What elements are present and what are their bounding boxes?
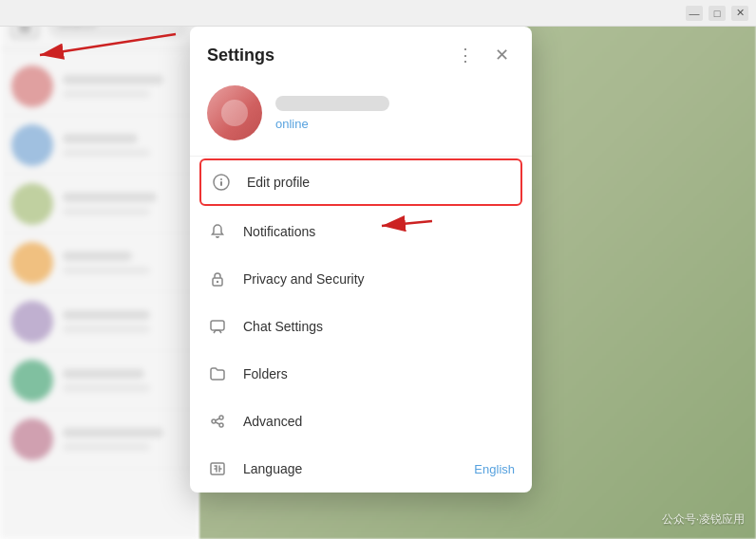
chat-settings-label: Chat Settings	[243, 319, 515, 334]
lock-icon	[207, 269, 228, 289]
close-modal-button[interactable]: ✕	[488, 42, 515, 68]
chat-icon	[207, 316, 228, 337]
list-item	[0, 410, 199, 469]
arrow-indicator-right	[370, 207, 442, 245]
profile-status: online	[275, 117, 515, 131]
close-button[interactable]: ✕	[731, 6, 748, 21]
profile-name	[275, 96, 389, 111]
svg-point-8	[212, 419, 216, 423]
menu-item-edit-profile[interactable]: Edit profile	[199, 158, 522, 206]
avatar	[11, 418, 53, 460]
list-item	[0, 292, 199, 351]
modal-actions: ⋮ ✕	[452, 42, 515, 68]
info-circle-icon	[211, 172, 232, 193]
svg-line-15	[382, 221, 432, 226]
more-options-button[interactable]: ⋮	[452, 42, 479, 68]
advanced-label: Advanced	[243, 414, 515, 429]
menu-item-chat-settings[interactable]: Chat Settings	[190, 303, 532, 350]
menu-item-advanced[interactable]: Advanced	[190, 398, 532, 445]
svg-point-6	[217, 281, 218, 283]
svg-line-1	[40, 34, 176, 55]
advanced-icon	[207, 411, 228, 432]
edit-profile-label: Edit profile	[247, 175, 511, 190]
folders-label: Folders	[243, 366, 515, 381]
close-icon: ✕	[495, 45, 509, 65]
avatar	[11, 301, 53, 343]
menu-item-language[interactable]: Language English	[190, 445, 532, 493]
svg-rect-4	[220, 181, 222, 186]
language-icon	[207, 458, 228, 479]
maximize-button[interactable]: □	[709, 6, 726, 21]
svg-line-12	[216, 422, 219, 424]
settings-modal: Settings ⋮ ✕ online Edit profile	[190, 27, 532, 493]
list-item	[0, 57, 199, 116]
list-item	[0, 175, 199, 233]
profile-info: online	[275, 96, 515, 131]
list-item	[0, 233, 199, 292]
svg-line-11	[216, 418, 219, 420]
modal-header: Settings ⋮ ✕	[190, 27, 532, 78]
bell-icon	[207, 221, 228, 242]
sidebar: Search	[0, 0, 199, 539]
menu-item-privacy-security[interactable]: Privacy and Security	[190, 255, 532, 303]
avatar	[11, 183, 53, 225]
avatar	[11, 65, 53, 107]
svg-point-9	[219, 416, 223, 419]
language-label: Language	[243, 461, 459, 476]
titlebar: — □ ✕	[0, 0, 756, 27]
avatar	[11, 242, 53, 284]
svg-point-10	[219, 423, 223, 427]
watermark: 公众号·凌锐应用	[662, 511, 745, 528]
more-icon: ⋮	[457, 45, 474, 65]
modal-title: Settings	[207, 46, 274, 65]
menu-item-folders[interactable]: Folders	[190, 350, 532, 398]
folder-icon	[207, 363, 228, 384]
list-item	[0, 351, 199, 410]
minimize-button[interactable]: —	[686, 6, 703, 21]
svg-rect-7	[211, 321, 224, 330]
svg-rect-13	[211, 463, 224, 474]
arrow-indicator-top	[0, 27, 190, 65]
avatar	[11, 124, 53, 166]
sidebar-list	[0, 49, 199, 476]
svg-point-3	[220, 178, 222, 180]
list-item	[0, 116, 199, 175]
profile-section: online	[190, 78, 532, 157]
avatar	[11, 360, 53, 401]
profile-avatar	[207, 85, 262, 140]
language-value: English	[474, 462, 515, 476]
menu-item-notifications[interactable]: Notifications	[190, 208, 532, 255]
privacy-security-label: Privacy and Security	[243, 271, 515, 287]
